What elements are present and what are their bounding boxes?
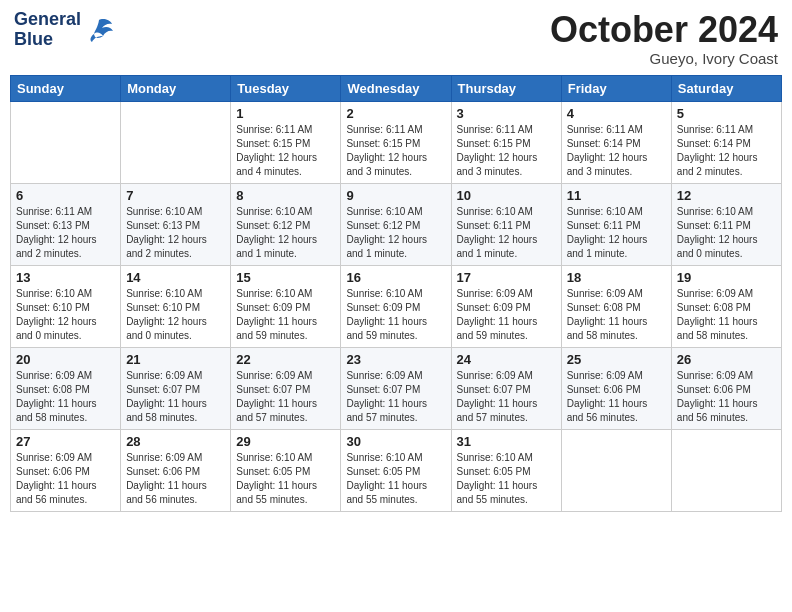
calendar-cell: 31Sunrise: 6:10 AMSunset: 6:05 PMDayligh… xyxy=(451,429,561,511)
calendar-cell xyxy=(561,429,671,511)
day-number: 5 xyxy=(677,106,776,121)
calendar-week-row: 20Sunrise: 6:09 AMSunset: 6:08 PMDayligh… xyxy=(11,347,782,429)
day-info: Sunrise: 6:11 AMSunset: 6:15 PMDaylight:… xyxy=(457,123,556,179)
day-info: Sunrise: 6:10 AMSunset: 6:11 PMDaylight:… xyxy=(457,205,556,261)
location-subtitle: Gueyo, Ivory Coast xyxy=(550,50,778,67)
logo-bird-icon xyxy=(84,16,114,44)
day-info: Sunrise: 6:09 AMSunset: 6:06 PMDaylight:… xyxy=(16,451,115,507)
day-number: 15 xyxy=(236,270,335,285)
calendar-cell: 11Sunrise: 6:10 AMSunset: 6:11 PMDayligh… xyxy=(561,183,671,265)
weekday-header-cell: Tuesday xyxy=(231,75,341,101)
calendar-cell: 3Sunrise: 6:11 AMSunset: 6:15 PMDaylight… xyxy=(451,101,561,183)
calendar-cell: 21Sunrise: 6:09 AMSunset: 6:07 PMDayligh… xyxy=(121,347,231,429)
day-info: Sunrise: 6:10 AMSunset: 6:11 PMDaylight:… xyxy=(567,205,666,261)
day-number: 29 xyxy=(236,434,335,449)
day-info: Sunrise: 6:11 AMSunset: 6:14 PMDaylight:… xyxy=(567,123,666,179)
day-info: Sunrise: 6:10 AMSunset: 6:12 PMDaylight:… xyxy=(346,205,445,261)
calendar-cell: 30Sunrise: 6:10 AMSunset: 6:05 PMDayligh… xyxy=(341,429,451,511)
day-number: 27 xyxy=(16,434,115,449)
calendar-cell: 14Sunrise: 6:10 AMSunset: 6:10 PMDayligh… xyxy=(121,265,231,347)
day-info: Sunrise: 6:10 AMSunset: 6:10 PMDaylight:… xyxy=(126,287,225,343)
weekday-header-cell: Wednesday xyxy=(341,75,451,101)
calendar-week-row: 27Sunrise: 6:09 AMSunset: 6:06 PMDayligh… xyxy=(11,429,782,511)
weekday-header-cell: Monday xyxy=(121,75,231,101)
day-number: 24 xyxy=(457,352,556,367)
page-header: General Blue October 2024 Gueyo, Ivory C… xyxy=(10,10,782,67)
day-number: 31 xyxy=(457,434,556,449)
day-info: Sunrise: 6:09 AMSunset: 6:06 PMDaylight:… xyxy=(567,369,666,425)
day-info: Sunrise: 6:11 AMSunset: 6:13 PMDaylight:… xyxy=(16,205,115,261)
day-info: Sunrise: 6:09 AMSunset: 6:08 PMDaylight:… xyxy=(16,369,115,425)
day-info: Sunrise: 6:09 AMSunset: 6:08 PMDaylight:… xyxy=(567,287,666,343)
calendar-cell: 27Sunrise: 6:09 AMSunset: 6:06 PMDayligh… xyxy=(11,429,121,511)
day-info: Sunrise: 6:11 AMSunset: 6:14 PMDaylight:… xyxy=(677,123,776,179)
calendar-cell: 20Sunrise: 6:09 AMSunset: 6:08 PMDayligh… xyxy=(11,347,121,429)
day-number: 7 xyxy=(126,188,225,203)
day-number: 28 xyxy=(126,434,225,449)
calendar-cell: 10Sunrise: 6:10 AMSunset: 6:11 PMDayligh… xyxy=(451,183,561,265)
calendar-cell: 5Sunrise: 6:11 AMSunset: 6:14 PMDaylight… xyxy=(671,101,781,183)
day-info: Sunrise: 6:09 AMSunset: 6:07 PMDaylight:… xyxy=(346,369,445,425)
logo-text: General Blue xyxy=(14,10,81,50)
calendar-cell: 15Sunrise: 6:10 AMSunset: 6:09 PMDayligh… xyxy=(231,265,341,347)
calendar-cell xyxy=(671,429,781,511)
day-number: 1 xyxy=(236,106,335,121)
day-number: 14 xyxy=(126,270,225,285)
day-number: 11 xyxy=(567,188,666,203)
day-info: Sunrise: 6:09 AMSunset: 6:07 PMDaylight:… xyxy=(126,369,225,425)
day-info: Sunrise: 6:10 AMSunset: 6:05 PMDaylight:… xyxy=(346,451,445,507)
calendar-cell: 2Sunrise: 6:11 AMSunset: 6:15 PMDaylight… xyxy=(341,101,451,183)
weekday-header-row: SundayMondayTuesdayWednesdayThursdayFrid… xyxy=(11,75,782,101)
day-info: Sunrise: 6:09 AMSunset: 6:07 PMDaylight:… xyxy=(236,369,335,425)
day-info: Sunrise: 6:10 AMSunset: 6:13 PMDaylight:… xyxy=(126,205,225,261)
day-info: Sunrise: 6:09 AMSunset: 6:07 PMDaylight:… xyxy=(457,369,556,425)
calendar-week-row: 13Sunrise: 6:10 AMSunset: 6:10 PMDayligh… xyxy=(11,265,782,347)
calendar-week-row: 6Sunrise: 6:11 AMSunset: 6:13 PMDaylight… xyxy=(11,183,782,265)
calendar-cell: 6Sunrise: 6:11 AMSunset: 6:13 PMDaylight… xyxy=(11,183,121,265)
day-info: Sunrise: 6:10 AMSunset: 6:05 PMDaylight:… xyxy=(236,451,335,507)
day-number: 2 xyxy=(346,106,445,121)
day-info: Sunrise: 6:10 AMSunset: 6:05 PMDaylight:… xyxy=(457,451,556,507)
calendar-cell: 1Sunrise: 6:11 AMSunset: 6:15 PMDaylight… xyxy=(231,101,341,183)
calendar-cell: 7Sunrise: 6:10 AMSunset: 6:13 PMDaylight… xyxy=(121,183,231,265)
day-number: 20 xyxy=(16,352,115,367)
weekday-header-cell: Friday xyxy=(561,75,671,101)
title-block: October 2024 Gueyo, Ivory Coast xyxy=(550,10,778,67)
calendar-cell: 9Sunrise: 6:10 AMSunset: 6:12 PMDaylight… xyxy=(341,183,451,265)
logo: General Blue xyxy=(14,10,114,50)
calendar-table: SundayMondayTuesdayWednesdayThursdayFrid… xyxy=(10,75,782,512)
weekday-header-cell: Saturday xyxy=(671,75,781,101)
month-title: October 2024 xyxy=(550,10,778,50)
day-number: 3 xyxy=(457,106,556,121)
weekday-header-cell: Thursday xyxy=(451,75,561,101)
calendar-cell xyxy=(11,101,121,183)
day-info: Sunrise: 6:11 AMSunset: 6:15 PMDaylight:… xyxy=(346,123,445,179)
calendar-cell: 17Sunrise: 6:09 AMSunset: 6:09 PMDayligh… xyxy=(451,265,561,347)
calendar-cell: 18Sunrise: 6:09 AMSunset: 6:08 PMDayligh… xyxy=(561,265,671,347)
calendar-cell: 22Sunrise: 6:09 AMSunset: 6:07 PMDayligh… xyxy=(231,347,341,429)
day-info: Sunrise: 6:09 AMSunset: 6:08 PMDaylight:… xyxy=(677,287,776,343)
day-number: 18 xyxy=(567,270,666,285)
day-info: Sunrise: 6:10 AMSunset: 6:12 PMDaylight:… xyxy=(236,205,335,261)
day-number: 22 xyxy=(236,352,335,367)
calendar-cell: 8Sunrise: 6:10 AMSunset: 6:12 PMDaylight… xyxy=(231,183,341,265)
calendar-cell: 24Sunrise: 6:09 AMSunset: 6:07 PMDayligh… xyxy=(451,347,561,429)
day-number: 6 xyxy=(16,188,115,203)
day-info: Sunrise: 6:10 AMSunset: 6:11 PMDaylight:… xyxy=(677,205,776,261)
calendar-cell: 4Sunrise: 6:11 AMSunset: 6:14 PMDaylight… xyxy=(561,101,671,183)
day-number: 25 xyxy=(567,352,666,367)
calendar-cell: 25Sunrise: 6:09 AMSunset: 6:06 PMDayligh… xyxy=(561,347,671,429)
day-number: 21 xyxy=(126,352,225,367)
day-info: Sunrise: 6:10 AMSunset: 6:10 PMDaylight:… xyxy=(16,287,115,343)
day-info: Sunrise: 6:10 AMSunset: 6:09 PMDaylight:… xyxy=(346,287,445,343)
day-number: 19 xyxy=(677,270,776,285)
day-number: 12 xyxy=(677,188,776,203)
day-number: 26 xyxy=(677,352,776,367)
calendar-body: 1Sunrise: 6:11 AMSunset: 6:15 PMDaylight… xyxy=(11,101,782,511)
calendar-cell: 23Sunrise: 6:09 AMSunset: 6:07 PMDayligh… xyxy=(341,347,451,429)
day-number: 23 xyxy=(346,352,445,367)
calendar-cell: 13Sunrise: 6:10 AMSunset: 6:10 PMDayligh… xyxy=(11,265,121,347)
day-info: Sunrise: 6:09 AMSunset: 6:06 PMDaylight:… xyxy=(126,451,225,507)
day-number: 8 xyxy=(236,188,335,203)
calendar-cell: 19Sunrise: 6:09 AMSunset: 6:08 PMDayligh… xyxy=(671,265,781,347)
